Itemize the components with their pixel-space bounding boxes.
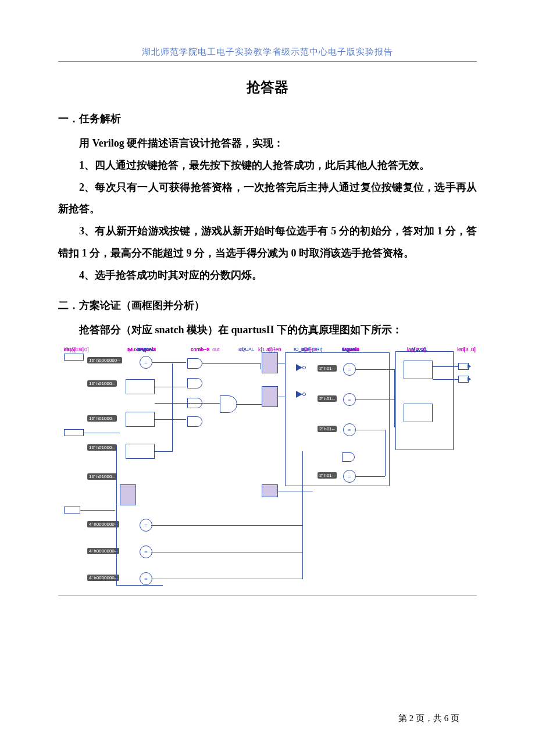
input-clr-label: clr xyxy=(64,347,70,352)
document-title: 抢答器 xyxy=(58,78,477,97)
const-box: 16' h01000-- xyxy=(87,415,117,422)
mux21-block xyxy=(404,404,433,422)
logic-frame-left xyxy=(285,352,390,486)
section1-p3: 3、有从新开始游戏按键，游戏从新开始时每位选手有 5 分的初始分，答对加 1 分… xyxy=(58,220,477,265)
section1-heading: 一．任务解析 xyxy=(58,112,477,126)
latch-block xyxy=(262,386,278,407)
section2-caption: 抢答部分（对应 snatch 模块）在 quartusII 下的仿真原理图如下所… xyxy=(58,319,477,341)
inverter-icon xyxy=(297,364,302,371)
section1-p1: 1、四人通过按键抢答，最先按下按键的人抢答成功，此后其他人抢答无效。 xyxy=(58,155,477,177)
and-gate xyxy=(187,378,202,388)
const-box: 16' h01000-- xyxy=(87,473,117,480)
page-header: 湖北师范学院电工电子实验教学省级示范中心电子版实验报告 xyxy=(58,47,477,62)
inverter-icon xyxy=(297,391,302,398)
register-block xyxy=(120,484,136,505)
q-label: q xyxy=(127,347,130,352)
or-gate xyxy=(220,395,237,413)
schematic-diagram: 16' h0000000-- 16' h01000-- 16' h01000--… xyxy=(64,347,471,597)
const-box: 16' h01000-- xyxy=(87,380,117,387)
mux-block xyxy=(126,379,155,394)
document-page: 湖北师范学院电工电子实验教学省级示范中心电子版实验报告 抢答器 一．任务解析 用… xyxy=(0,0,535,597)
const-box: 16' h0000000-- xyxy=(87,357,122,363)
arrow-icon xyxy=(468,364,471,369)
latch-block xyxy=(262,484,278,497)
mux21-block xyxy=(404,361,433,379)
section1-intro: 用 Verilog 硬件描述语言设计抢答器，实现： xyxy=(58,133,477,155)
comb1-label: comb~1 xyxy=(191,347,209,352)
mux-block xyxy=(126,444,155,459)
clk-label: clk xyxy=(240,347,246,352)
section1-p4: 4、选手抢答成功时其对应的分数闪烁。 xyxy=(58,265,477,287)
and-gate xyxy=(187,416,202,427)
register-block xyxy=(262,352,278,373)
and-gate xyxy=(342,452,355,462)
out-label: out xyxy=(212,347,220,352)
section1-p2: 2、每次只有一人可获得抢答资格，一次抢答完后主持人通过复位按键复位，选手再从新抢… xyxy=(58,177,477,221)
k-enable-label: k[1..0]~en xyxy=(258,347,281,352)
and-gate xyxy=(187,358,202,369)
arrow-icon xyxy=(468,377,471,381)
section2-heading: 二．方案论证（画框图并分析） xyxy=(58,298,477,312)
page-footer: 第 2 页，共 6 页 xyxy=(398,713,459,724)
mux-block xyxy=(126,412,155,427)
const-box: 16' h01000-- xyxy=(87,444,117,451)
equal-gate: = xyxy=(140,356,152,369)
output-led-label: led[3..0] xyxy=(457,347,476,352)
